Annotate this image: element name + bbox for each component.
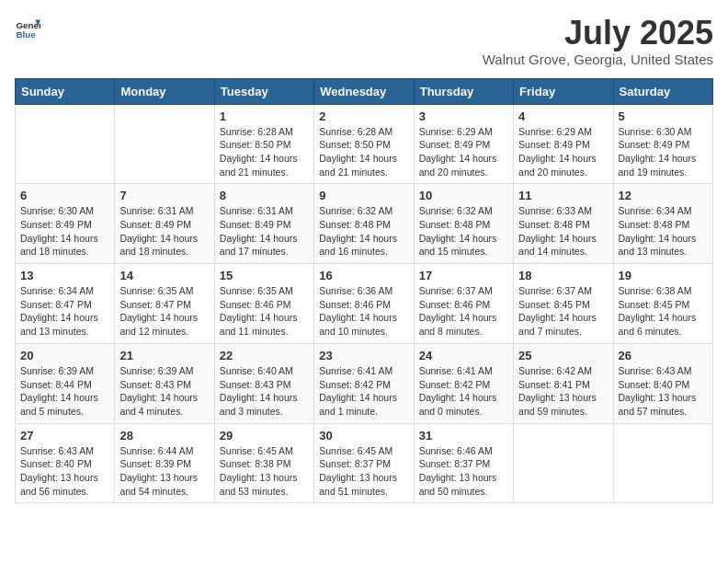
- logo: General Blue: [15, 15, 40, 40]
- day-info: Sunrise: 6:29 AM Sunset: 8:49 PM Dayligh…: [419, 125, 508, 179]
- day-info: Sunrise: 6:34 AM Sunset: 8:47 PM Dayligh…: [20, 284, 109, 339]
- day-info: Sunrise: 6:30 AM Sunset: 8:49 PM Dayligh…: [20, 204, 109, 259]
- calendar-cell: 27Sunrise: 6:43 AM Sunset: 8:40 PM Dayli…: [16, 423, 115, 503]
- location-title: Walnut Grove, Georgia, United States: [483, 52, 713, 67]
- day-number: 28: [119, 429, 209, 442]
- calendar-week-row: 27Sunrise: 6:43 AM Sunset: 8:40 PM Dayli…: [16, 423, 713, 503]
- day-number: 12: [619, 189, 708, 202]
- day-number: 7: [119, 189, 209, 202]
- logo-icon: General Blue: [15, 15, 40, 40]
- day-info: Sunrise: 6:42 AM Sunset: 8:41 PM Dayligh…: [518, 364, 608, 419]
- calendar-cell: 6Sunrise: 6:30 AM Sunset: 8:49 PM Daylig…: [16, 184, 115, 264]
- day-info: Sunrise: 6:45 AM Sunset: 8:38 PM Dayligh…: [220, 444, 309, 499]
- day-number: 29: [220, 429, 309, 442]
- day-number: 24: [419, 349, 508, 362]
- calendar-cell: [115, 104, 214, 184]
- weekday-header: Sunday: [16, 78, 115, 104]
- title-block: July 2025 Walnut Grove, Georgia, United …: [483, 15, 713, 67]
- day-number: 21: [119, 349, 209, 362]
- calendar-cell: 12Sunrise: 6:34 AM Sunset: 8:48 PM Dayli…: [613, 184, 712, 264]
- day-info: Sunrise: 6:28 AM Sunset: 8:50 PM Dayligh…: [220, 125, 309, 179]
- day-number: 6: [20, 189, 109, 202]
- day-info: Sunrise: 6:32 AM Sunset: 8:48 PM Dayligh…: [419, 204, 508, 259]
- month-title: July 2025: [483, 15, 713, 52]
- day-info: Sunrise: 6:44 AM Sunset: 8:39 PM Dayligh…: [119, 444, 209, 499]
- calendar-cell: 4Sunrise: 6:29 AM Sunset: 8:49 PM Daylig…: [514, 104, 613, 184]
- day-info: Sunrise: 6:28 AM Sunset: 8:50 PM Dayligh…: [319, 125, 408, 179]
- day-number: 30: [319, 429, 408, 442]
- calendar-cell: 18Sunrise: 6:37 AM Sunset: 8:45 PM Dayli…: [514, 264, 613, 344]
- day-number: 17: [419, 269, 508, 282]
- day-info: Sunrise: 6:29 AM Sunset: 8:49 PM Dayligh…: [518, 125, 608, 179]
- day-number: 27: [20, 429, 109, 442]
- day-info: Sunrise: 6:35 AM Sunset: 8:47 PM Dayligh…: [119, 284, 209, 339]
- calendar-cell: 31Sunrise: 6:46 AM Sunset: 8:37 PM Dayli…: [414, 423, 513, 503]
- calendar-cell: 15Sunrise: 6:35 AM Sunset: 8:46 PM Dayli…: [214, 264, 313, 344]
- page-header: General Blue July 2025 Walnut Grove, Geo…: [15, 15, 713, 67]
- weekday-header: Tuesday: [214, 78, 313, 104]
- calendar-cell: 11Sunrise: 6:33 AM Sunset: 8:48 PM Dayli…: [514, 184, 613, 264]
- day-info: Sunrise: 6:43 AM Sunset: 8:40 PM Dayligh…: [20, 444, 109, 499]
- calendar-cell: 13Sunrise: 6:34 AM Sunset: 8:47 PM Dayli…: [16, 264, 115, 344]
- day-info: Sunrise: 6:32 AM Sunset: 8:48 PM Dayligh…: [319, 204, 408, 259]
- day-number: 15: [220, 269, 309, 282]
- calendar-cell: 10Sunrise: 6:32 AM Sunset: 8:48 PM Dayli…: [414, 184, 513, 264]
- weekday-header: Saturday: [613, 78, 712, 104]
- day-info: Sunrise: 6:36 AM Sunset: 8:46 PM Dayligh…: [319, 284, 408, 339]
- calendar-cell: 23Sunrise: 6:41 AM Sunset: 8:42 PM Dayli…: [314, 343, 414, 423]
- day-info: Sunrise: 6:35 AM Sunset: 8:46 PM Dayligh…: [220, 284, 309, 339]
- calendar-cell: 22Sunrise: 6:40 AM Sunset: 8:43 PM Dayli…: [214, 343, 313, 423]
- calendar-cell: 26Sunrise: 6:43 AM Sunset: 8:40 PM Dayli…: [613, 343, 712, 423]
- day-info: Sunrise: 6:45 AM Sunset: 8:37 PM Dayligh…: [319, 444, 408, 499]
- day-info: Sunrise: 6:41 AM Sunset: 8:42 PM Dayligh…: [419, 364, 508, 419]
- day-info: Sunrise: 6:43 AM Sunset: 8:40 PM Dayligh…: [619, 364, 708, 419]
- day-info: Sunrise: 6:31 AM Sunset: 8:49 PM Dayligh…: [220, 204, 309, 259]
- day-number: 19: [619, 269, 708, 282]
- day-info: Sunrise: 6:46 AM Sunset: 8:37 PM Dayligh…: [419, 444, 508, 499]
- day-number: 23: [319, 349, 408, 362]
- calendar-cell: 24Sunrise: 6:41 AM Sunset: 8:42 PM Dayli…: [414, 343, 513, 423]
- day-number: 31: [419, 429, 508, 442]
- calendar-cell: 29Sunrise: 6:45 AM Sunset: 8:38 PM Dayli…: [214, 423, 313, 503]
- weekday-header: Thursday: [414, 78, 513, 104]
- day-info: Sunrise: 6:31 AM Sunset: 8:49 PM Dayligh…: [119, 204, 209, 259]
- calendar-cell: [16, 104, 115, 184]
- day-number: 9: [319, 189, 408, 202]
- day-info: Sunrise: 6:40 AM Sunset: 8:43 PM Dayligh…: [220, 364, 309, 419]
- calendar-cell: 3Sunrise: 6:29 AM Sunset: 8:49 PM Daylig…: [414, 104, 513, 184]
- day-number: 5: [619, 109, 708, 123]
- calendar-table: SundayMondayTuesdayWednesdayThursdayFrid…: [15, 78, 713, 504]
- day-number: 1: [220, 109, 309, 123]
- day-number: 4: [518, 109, 608, 123]
- day-number: 18: [518, 269, 608, 282]
- calendar-cell: 25Sunrise: 6:42 AM Sunset: 8:41 PM Dayli…: [514, 343, 613, 423]
- day-number: 20: [20, 349, 109, 362]
- day-number: 14: [119, 269, 209, 282]
- day-info: Sunrise: 6:37 AM Sunset: 8:46 PM Dayligh…: [419, 284, 508, 339]
- day-number: 25: [518, 349, 608, 362]
- day-info: Sunrise: 6:34 AM Sunset: 8:48 PM Dayligh…: [619, 204, 708, 259]
- svg-text:Blue: Blue: [16, 29, 36, 40]
- day-info: Sunrise: 6:39 AM Sunset: 8:44 PM Dayligh…: [20, 364, 109, 419]
- calendar-week-row: 13Sunrise: 6:34 AM Sunset: 8:47 PM Dayli…: [16, 264, 713, 344]
- weekday-header: Monday: [115, 78, 214, 104]
- day-info: Sunrise: 6:39 AM Sunset: 8:43 PM Dayligh…: [119, 364, 209, 419]
- day-number: 3: [419, 109, 508, 123]
- calendar-cell: [514, 423, 613, 503]
- weekday-header: Friday: [514, 78, 613, 104]
- weekday-header: Wednesday: [314, 78, 414, 104]
- calendar-week-row: 1Sunrise: 6:28 AM Sunset: 8:50 PM Daylig…: [16, 104, 713, 184]
- calendar-cell: 5Sunrise: 6:30 AM Sunset: 8:49 PM Daylig…: [613, 104, 712, 184]
- day-info: Sunrise: 6:33 AM Sunset: 8:48 PM Dayligh…: [518, 204, 608, 259]
- calendar-cell: 20Sunrise: 6:39 AM Sunset: 8:44 PM Dayli…: [16, 343, 115, 423]
- calendar-cell: 28Sunrise: 6:44 AM Sunset: 8:39 PM Dayli…: [115, 423, 214, 503]
- day-number: 13: [20, 269, 109, 282]
- calendar-cell: 30Sunrise: 6:45 AM Sunset: 8:37 PM Dayli…: [314, 423, 414, 503]
- day-info: Sunrise: 6:41 AM Sunset: 8:42 PM Dayligh…: [319, 364, 408, 419]
- day-number: 26: [619, 349, 708, 362]
- day-number: 2: [319, 109, 408, 123]
- day-number: 22: [220, 349, 309, 362]
- calendar-cell: 14Sunrise: 6:35 AM Sunset: 8:47 PM Dayli…: [115, 264, 214, 344]
- day-number: 16: [319, 269, 408, 282]
- calendar-cell: 19Sunrise: 6:38 AM Sunset: 8:45 PM Dayli…: [613, 264, 712, 344]
